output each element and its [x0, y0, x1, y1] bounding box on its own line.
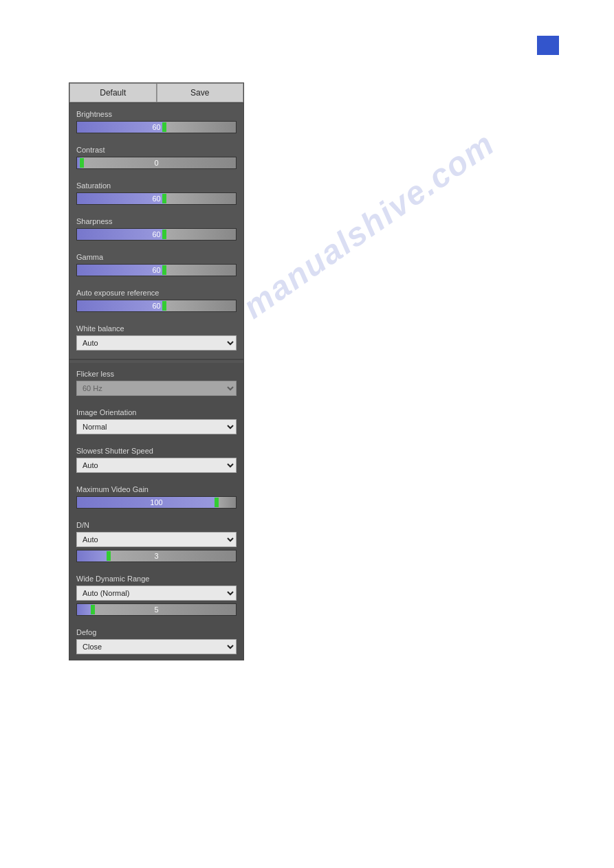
saturation-section: Saturation 60: [69, 175, 243, 210]
brightness-slider[interactable]: 60: [76, 121, 237, 133]
save-button[interactable]: Save: [157, 83, 244, 102]
contrast-remainder: [82, 157, 236, 168]
maxgain-thumb: [215, 498, 219, 507]
shutter-section: Slowest Shutter Speed Auto 1/30 1/15 1/8…: [69, 440, 243, 478]
settings-panel: Default Save Brightness 60 Contrast 0 Sa…: [69, 82, 244, 660]
gamma-remainder: [164, 265, 236, 276]
sharpness-label: Sharpness: [76, 217, 237, 225]
dn-slider[interactable]: 3: [76, 550, 237, 562]
saturation-fill: [77, 193, 164, 204]
saturation-remainder: [164, 193, 236, 204]
autoexp-slider[interactable]: 60: [76, 300, 237, 312]
divider-1: [69, 359, 243, 360]
brightness-section: Brightness 60: [69, 103, 243, 139]
wdr-section: Wide Dynamic Range Auto (Normal) Off Man…: [69, 568, 243, 621]
orientation-label: Image Orientation: [76, 408, 237, 416]
gamma-fill: [77, 265, 164, 276]
dn-select[interactable]: Auto Day Night: [76, 532, 237, 547]
maxgain-label: Maximum Video Gain: [76, 485, 237, 493]
brightness-remainder: [164, 122, 236, 133]
maxgain-section: Maximum Video Gain 100: [69, 478, 243, 514]
brightness-fill: [77, 122, 164, 133]
autoexp-label: Auto exposure reference: [76, 289, 237, 297]
dn-section: D/N Auto Day Night 3: [69, 514, 243, 568]
contrast-slider[interactable]: 0: [76, 157, 237, 169]
whitebalance-select[interactable]: Auto Manual Indoor Outdoor: [76, 335, 237, 350]
defog-select[interactable]: Close Low Medium High: [76, 639, 237, 654]
autoexp-thumb: [162, 301, 166, 311]
autoexp-remainder: [164, 300, 236, 311]
contrast-thumb: [80, 158, 84, 168]
sharpness-section: Sharpness 60: [69, 210, 243, 246]
brightness-label: Brightness: [76, 110, 237, 118]
saturation-thumb: [162, 194, 166, 203]
blue-square-indicator: [537, 36, 559, 55]
saturation-slider[interactable]: 60: [76, 192, 237, 205]
gamma-slider[interactable]: 60: [76, 264, 237, 276]
shutter-select[interactable]: Auto 1/30 1/15 1/8 1/4 1/2 1: [76, 458, 237, 473]
wdr-remainder: [93, 604, 236, 615]
maxgain-remainder: [217, 497, 236, 508]
watermark: manualshive.com: [236, 124, 501, 326]
gamma-section: Gamma 60: [69, 246, 243, 282]
shutter-label: Slowest Shutter Speed: [76, 447, 237, 455]
defog-section: Defog Close Low Medium High: [69, 621, 243, 660]
orientation-section: Image Orientation Normal Flip Mirror Fli…: [69, 401, 243, 440]
whitebalance-section: White balance Auto Manual Indoor Outdoor: [69, 318, 243, 356]
sharpness-fill: [77, 229, 164, 240]
wdr-thumb: [91, 605, 95, 614]
dn-fill: [77, 550, 109, 561]
contrast-label: Contrast: [76, 146, 237, 154]
flicker-section: Flicker less 60 Hz 50 Hz Off: [69, 363, 243, 401]
dn-thumb: [107, 551, 111, 561]
dn-remainder: [109, 550, 236, 561]
sharpness-thumb: [162, 230, 166, 239]
whitebalance-label: White balance: [76, 324, 237, 333]
autoexp-fill: [77, 300, 164, 311]
brightness-thumb: [162, 122, 166, 132]
sharpness-slider[interactable]: 60: [76, 228, 237, 241]
maxgain-fill: [77, 497, 217, 508]
wdr-slider[interactable]: 5: [76, 603, 237, 616]
contrast-section: Contrast 0: [69, 139, 243, 175]
default-button[interactable]: Default: [69, 83, 157, 102]
flicker-select[interactable]: 60 Hz 50 Hz Off: [76, 381, 237, 396]
gamma-label: Gamma: [76, 253, 237, 261]
maxgain-slider[interactable]: 100: [76, 496, 237, 509]
sharpness-remainder: [164, 229, 236, 240]
wdr-select[interactable]: Auto (Normal) Off Manual: [76, 586, 237, 601]
autoexp-section: Auto exposure reference 60: [69, 282, 243, 318]
saturation-label: Saturation: [76, 181, 237, 190]
wdr-label: Wide Dynamic Range: [76, 575, 237, 583]
dn-label: D/N: [76, 521, 237, 529]
gamma-thumb: [162, 265, 166, 275]
flicker-label: Flicker less: [76, 370, 237, 378]
orientation-select[interactable]: Normal Flip Mirror Flip+Mirror: [76, 419, 237, 434]
panel-header: Default Save: [69, 83, 243, 103]
defog-label: Defog: [76, 628, 237, 636]
